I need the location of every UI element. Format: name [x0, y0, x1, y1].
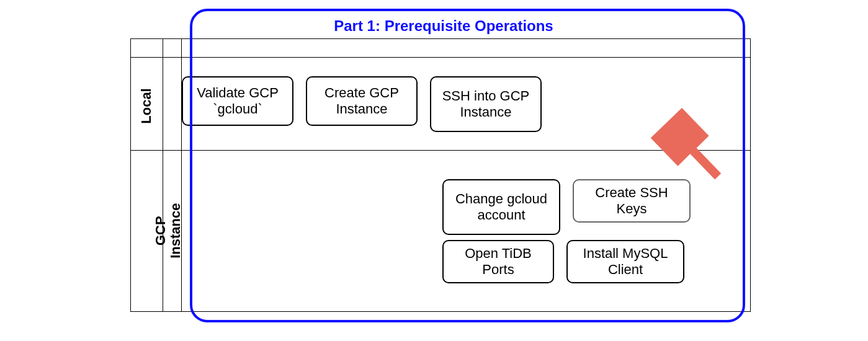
gcp-box-row-1: Change gcloud account Create SSH Keys — [442, 179, 750, 235]
step-create-ssh: Create SSH Keys — [573, 179, 691, 223]
diagram-title: Part 1: Prerequisite Operations — [130, 12, 757, 38]
step-open-ports: Open TiDB Ports — [442, 240, 554, 283]
gcp-content-cell: Change gcloud account Create SSH Keys Op… — [182, 151, 751, 312]
local-content-cell: Validate GCP `gcloud` Create GCP Instanc… — [182, 58, 751, 151]
local-lane-label-cell: Local — [131, 58, 163, 151]
empty-gap-cell — [163, 39, 182, 58]
local-lane-row: Local Validate GCP `gcloud` Create GCP I… — [131, 58, 751, 151]
step-change-account: Change gcloud account — [442, 179, 560, 235]
step-ssh-gcp: SSH into GCP Instance — [430, 76, 542, 132]
local-gap-cell — [163, 58, 182, 151]
gcp-lane-label-cell: GCPInstance — [131, 151, 163, 312]
step-install-mysql: Install MySQL Client — [566, 240, 684, 283]
diagram-container: Part 1: Prerequisite Operations Local Va… — [130, 12, 757, 312]
empty-label-cell — [131, 39, 163, 58]
gcp-lane-row: GCPInstance Change gcloud account Create… — [131, 151, 751, 312]
step-validate-gcp: Validate GCP `gcloud` — [182, 76, 293, 126]
step-create-gcp: Create GCP Instance — [306, 76, 418, 126]
local-lane-label: Local — [138, 88, 154, 123]
spacer-row — [131, 39, 751, 58]
gcp-lane-label: GCPInstance — [153, 203, 183, 258]
gcp-box-row-2: Open TiDB Ports Install MySQL Client — [442, 240, 750, 283]
swimlane-table: Local Validate GCP `gcloud` Create GCP I… — [130, 38, 751, 312]
empty-content-cell — [182, 39, 751, 58]
local-box-row: Validate GCP `gcloud` Create GCP Instanc… — [182, 76, 750, 132]
